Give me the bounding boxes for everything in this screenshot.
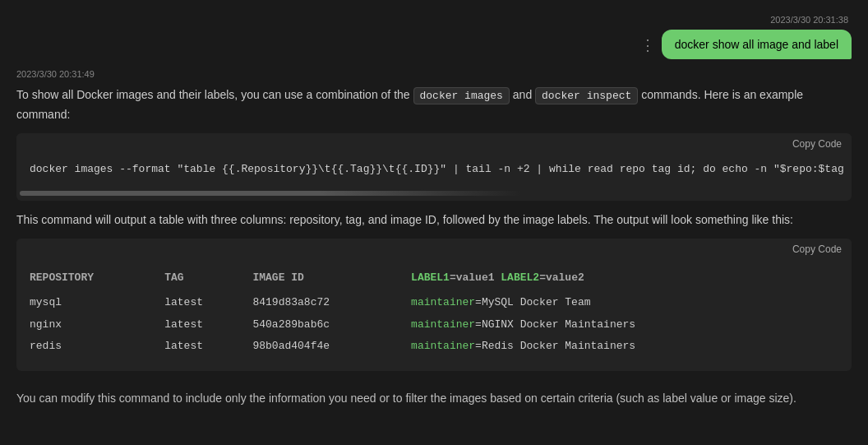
output-table: REPOSITORY TAG IMAGE ID LABEL1=value1 LA… (30, 267, 838, 358)
table-header-row: REPOSITORY TAG IMAGE ID LABEL1=value1 LA… (30, 267, 838, 292)
cell-tag: latest (164, 292, 252, 314)
cell-repo: mysql (30, 292, 164, 314)
intro-text: To show all Docker images and their labe… (16, 88, 410, 101)
ai-timestamp: 2023/3/30 20:31:49 (16, 69, 852, 79)
copy-code-button[interactable]: Copy Code (792, 138, 842, 150)
chat-container: 2023/3/30 20:31:38 ⋮ docker show all ima… (0, 0, 868, 424)
more-options-icon[interactable]: ⋮ (640, 36, 655, 54)
scrollbar-hint[interactable] (20, 191, 521, 196)
inline-code-docker-images: docker images (413, 87, 510, 104)
cell-id: 8419d83a8c72 (252, 292, 411, 314)
cell-id: 540a289bab6c (252, 314, 411, 336)
label2-example: LABEL2 (501, 271, 539, 284)
intro-paragraph: To show all Docker images and their labe… (16, 86, 852, 123)
table-row: redis latest 98b0ad404f4e maintainer=Red… (30, 336, 838, 358)
code-block-body: docker images --format "table {{.Reposit… (16, 155, 852, 188)
user-bubble: docker show all image and label (662, 30, 852, 59)
output-description: This command will output a table with th… (16, 211, 852, 229)
cell-id: 98b0ad404f4e (252, 336, 411, 358)
col-header-image-id: IMAGE ID (252, 267, 411, 292)
ai-message-row: 2023/3/30 20:31:49 To show all Docker im… (0, 66, 868, 389)
cell-label: maintainer=Redis Docker Maintainers (411, 336, 838, 358)
footer-text: You can modify this command to include o… (0, 389, 868, 415)
code-block-header: Copy Code (16, 133, 852, 155)
col-header-tag: TAG (164, 267, 252, 292)
copy-table-button[interactable]: Copy Code (792, 243, 842, 255)
cell-repo: redis (30, 336, 164, 358)
label1-example: LABEL1 (411, 271, 450, 284)
table-row: nginx latest 540a289bab6c maintainer=NGI… (30, 314, 838, 336)
table-block-wrapper: Copy Code REPOSITORY TAG IMAGE ID LABEL1… (16, 239, 852, 371)
code-line: docker images --format "table {{.Reposit… (30, 161, 838, 178)
cell-tag: latest (164, 314, 252, 336)
user-timestamp: 2023/3/30 20:31:38 (770, 15, 852, 25)
table-row: mysql latest 8419d83a8c72 maintainer=MyS… (30, 292, 838, 314)
cell-label: maintainer=MySQL Docker Team (411, 292, 838, 314)
table-block-header: Copy Code (16, 239, 852, 260)
cell-tag: latest (164, 336, 252, 358)
user-message-row: 2023/3/30 20:31:38 ⋮ docker show all ima… (0, 8, 868, 66)
code-block-wrapper: Copy Code docker images --format "table … (16, 133, 852, 201)
table-block-body: REPOSITORY TAG IMAGE ID LABEL1=value1 LA… (16, 260, 852, 371)
cell-label: maintainer=NGINX Docker Maintainers (411, 314, 838, 336)
user-bubble-wrapper: ⋮ docker show all image and label (640, 30, 852, 59)
col-header-labels: LABEL1=value1 LABEL2=value2 (411, 267, 838, 292)
inline-code-docker-inspect: docker inspect (535, 87, 638, 104)
cell-repo: nginx (30, 314, 164, 336)
ai-content: To show all Docker images and their labe… (16, 86, 852, 371)
col-header-repository: REPOSITORY (30, 267, 164, 292)
and-word: and (513, 88, 532, 101)
